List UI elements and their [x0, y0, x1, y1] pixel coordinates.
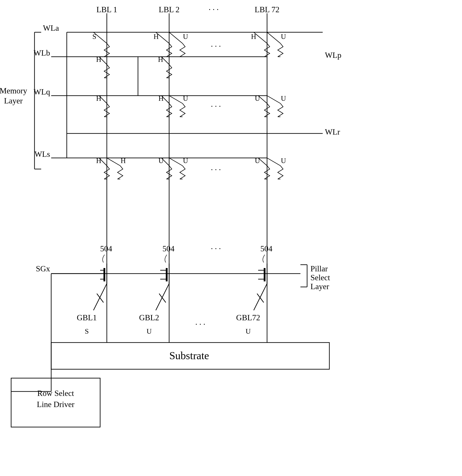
h-label-wla-lbl2: H — [154, 33, 159, 41]
dots-row-wls: · · · — [211, 165, 221, 174]
substrate-label: Substrate — [169, 350, 209, 361]
lbl1-label: LBL 1 — [96, 5, 117, 14]
lbl-dots-label: · · · — [209, 5, 219, 14]
pillar-select-label3: Layer — [310, 282, 329, 291]
u-label-wla-lbl72: U — [281, 33, 286, 41]
diagram-container: text { font-family: 'Times New Roman', T… — [0, 0, 462, 476]
u-gbl2: U — [147, 327, 152, 335]
wla-label: WLa — [43, 24, 59, 33]
u-label-wlq-lbl72-b: U — [281, 94, 286, 102]
lbl2-label: LBL 2 — [159, 5, 180, 14]
h-label-wlq-lbl2: H — [158, 94, 164, 102]
u-label-wls-lbl2b: U — [183, 157, 188, 165]
h-label-wlb-lbl1: H — [96, 55, 101, 63]
gbl2-label: GBL2 — [139, 313, 159, 322]
pillar-select-label1: Pillar — [310, 264, 328, 273]
lbl72-label: LBL 72 — [255, 5, 279, 14]
wlb-label: WLb — [34, 49, 50, 57]
memory-layer-label: Memory — [0, 86, 27, 95]
pillar-select-label2: Select — [310, 273, 330, 282]
dots-504: · · · — [211, 244, 221, 253]
h-label-wla-lbl72: H — [251, 33, 256, 41]
row-select-label1: Row Select — [37, 389, 74, 398]
u-label-wls-lbl72a: U — [255, 157, 260, 165]
u-label-wls-lbl72b: U — [281, 157, 286, 165]
h-label-wlq-lbl1: H — [96, 94, 101, 102]
ref-504-3: 504 — [260, 244, 272, 253]
dots-gbl: · · · — [195, 320, 205, 329]
circuit-diagram: text { font-family: 'Times New Roman', T… — [0, 0, 462, 476]
dots-row-wla: · · · — [211, 42, 221, 51]
u-label-wlq-lbl2: U — [183, 94, 188, 102]
gbl72-label: GBL72 — [236, 313, 260, 322]
s-gbl1: S — [85, 327, 89, 335]
wlp-label: WLp — [325, 51, 341, 60]
ref-504-2: 504 — [162, 244, 174, 253]
svg-rect-56 — [166, 268, 168, 281]
gbl1-label: GBL1 — [77, 313, 97, 322]
h-label-wlb-lbl2: H — [158, 55, 163, 63]
s-label-wla-lbl1: S — [92, 33, 96, 41]
wls-label: WLs — [35, 150, 50, 159]
u-label-wla-lbl2: U — [183, 33, 188, 41]
h-label-wls-lbl1: H — [96, 157, 101, 165]
memory-layer-label2: Layer — [4, 96, 23, 105]
row-select-label2: Line Driver — [37, 400, 75, 409]
ref-504-1: 504 — [100, 244, 112, 253]
svg-rect-51 — [104, 268, 105, 281]
u-label-wls-lbl2a: U — [158, 157, 164, 165]
wlq-label: WLq — [34, 87, 50, 96]
sgx-label: SGx — [36, 264, 50, 273]
dots-row-wlq: · · · — [211, 102, 221, 111]
u-gbl72: U — [245, 327, 251, 335]
svg-rect-60 — [264, 268, 265, 281]
wlr-label: WLr — [325, 128, 340, 136]
u-label-wlq-lbl72-a: U — [255, 94, 260, 102]
h-label-wls-lbl1b: H — [121, 157, 126, 165]
